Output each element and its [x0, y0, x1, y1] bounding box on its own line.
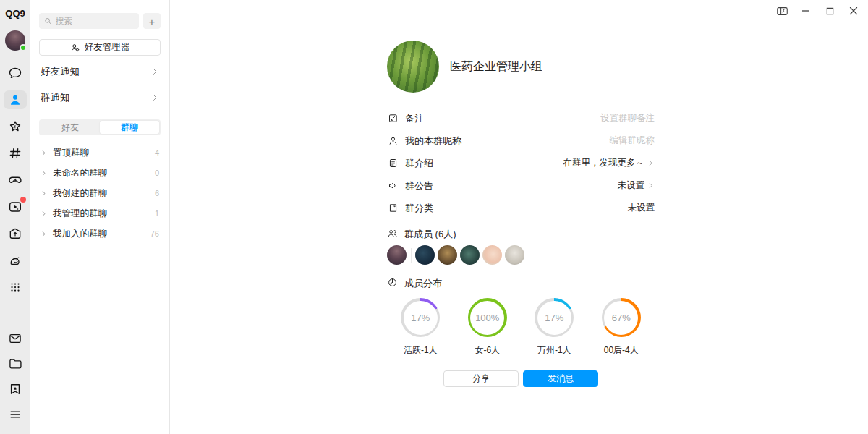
distribution-section-header: 成员分布: [387, 275, 655, 292]
field-label: 群公告: [405, 179, 433, 192]
qq-app-window: QQ9: [0, 0, 868, 434]
close-button[interactable]: [848, 5, 859, 17]
field-value[interactable]: 未设置: [628, 202, 655, 214]
tab-groups[interactable]: 群聊: [100, 121, 159, 134]
group-category-created[interactable]: 我创建的群聊 6: [39, 183, 161, 203]
video-feed-icon: [8, 200, 22, 214]
add-button[interactable]: +: [143, 13, 161, 29]
search-box[interactable]: [39, 13, 139, 29]
expand-chevron-icon: [41, 231, 47, 237]
group-notices-label: 群通知: [41, 91, 70, 104]
donut-percent: 17%: [545, 312, 563, 323]
category-count: 4: [155, 148, 159, 157]
group-profile-panel: 医药企业管理小组 备注 设置群聊备注 我的本群昵称 编辑群昵称 群介绍: [170, 0, 868, 434]
group-category-pinned[interactable]: 置顶群聊 4: [39, 142, 161, 163]
donut-gender: 100% 女-6人: [454, 298, 522, 357]
pet-tab[interactable]: [4, 251, 27, 270]
donut-label: 00后-4人: [604, 344, 639, 357]
group-category-unnamed[interactable]: 未命名的群聊 0: [39, 163, 161, 183]
games-tab[interactable]: [4, 171, 27, 190]
field-value[interactable]: 在群里，发现更多～: [563, 157, 645, 169]
category-label: 未命名的群聊: [53, 167, 107, 179]
share-button[interactable]: 分享: [443, 370, 519, 387]
contacts-tab[interactable]: [4, 90, 27, 109]
search-input[interactable]: [56, 16, 135, 26]
expand-chevron-icon: [41, 170, 47, 176]
field-value[interactable]: 未设置: [618, 179, 645, 192]
messages-tab[interactable]: [4, 64, 27, 82]
friend-manager-label: 好友管理器: [85, 41, 130, 54]
search-icon: [44, 17, 52, 25]
donut-label: 女-6人: [475, 344, 500, 357]
category-label: 我创建的群聊: [53, 187, 107, 200]
member-distribution-charts: 17% 活跃-1人 100% 女-6人 17% 万州-1人 67% 00后-4人: [387, 298, 655, 357]
menu-icon: [8, 407, 22, 422]
mini-app-tab[interactable]: [4, 224, 27, 243]
field-intro[interactable]: 群介绍 在群里，发现更多～: [387, 152, 655, 174]
member-avatar[interactable]: [460, 245, 480, 265]
bookmark-icon: [8, 382, 22, 396]
left-icon-rail: QQ9: [0, 0, 30, 434]
donut-location: 17% 万州-1人: [521, 298, 588, 357]
contacts-person-icon: [8, 93, 22, 107]
field-nickname[interactable]: 我的本群昵称 编辑群昵称: [387, 129, 655, 152]
mini-window-button[interactable]: [776, 5, 788, 17]
files-button[interactable]: [4, 354, 27, 373]
mail-button[interactable]: [4, 329, 27, 348]
send-message-button[interactable]: 发消息: [523, 370, 598, 387]
category-count: 0: [155, 169, 159, 177]
member-avatar[interactable]: [438, 245, 457, 265]
category-label: 置顶群聊: [53, 147, 89, 159]
pet-icon: [8, 253, 22, 268]
group-profile-card: 医药企业管理小组 备注 设置群聊备注 我的本群昵称 编辑群昵称 群介绍: [387, 0, 655, 387]
chevron-right-icon: [150, 67, 159, 76]
member-avatar[interactable]: [415, 245, 435, 265]
user-avatar[interactable]: [5, 30, 25, 51]
field-label: 我的本群昵称: [405, 135, 461, 148]
favorites-button[interactable]: [4, 380, 27, 399]
star-tab[interactable]: [4, 117, 27, 136]
qq9-logo: QQ9: [5, 6, 25, 20]
friend-manager-button[interactable]: 好友管理器: [39, 39, 161, 56]
member-avatar[interactable]: [505, 245, 524, 265]
speaker-icon: [387, 180, 399, 192]
mini-app-box-icon: [8, 226, 22, 241]
close-icon: [849, 7, 858, 15]
field-category[interactable]: 群分类 未设置: [387, 197, 655, 219]
group-category-joined[interactable]: 我加入的群聊 76: [39, 224, 161, 244]
field-value[interactable]: 编辑群昵称: [610, 135, 655, 147]
member-avatar[interactable]: [387, 245, 407, 265]
group-avatar[interactable]: [387, 41, 439, 93]
distribution-label: 成员分布: [404, 277, 442, 290]
contacts-sidebar: + 好友管理器 好友通知 群通知 好友 群聊 置顶群聊 4 未命: [30, 0, 170, 434]
person-icon: [387, 135, 399, 147]
maximize-button[interactable]: [824, 5, 835, 17]
donut-ring: 100%: [468, 298, 507, 337]
star-icon: [8, 119, 22, 134]
tag-icon: [387, 203, 399, 214]
group-notices-item[interactable]: 群通知: [39, 88, 161, 108]
donut-ring: 67%: [602, 298, 641, 337]
chat-bubble-icon: [8, 66, 22, 80]
friend-notices-item[interactable]: 好友通知: [39, 61, 161, 82]
category-count: 76: [150, 229, 159, 238]
field-remark[interactable]: 备注 设置群聊备注: [387, 107, 655, 129]
donut-ring: 17%: [535, 298, 574, 337]
notification-badge: [20, 197, 26, 203]
minimize-button[interactable]: [800, 5, 812, 17]
chevron-right-icon: [647, 182, 655, 190]
field-announcement[interactable]: 群公告 未设置: [387, 174, 655, 197]
field-value[interactable]: 设置群聊备注: [600, 112, 655, 124]
tab-friends[interactable]: 好友: [41, 121, 100, 134]
video-feed-tab[interactable]: [4, 197, 27, 216]
field-label: 备注: [405, 112, 424, 125]
group-category-managed[interactable]: 我管理的群聊 1: [39, 203, 161, 224]
more-apps-tab[interactable]: [4, 278, 27, 297]
member-avatar[interactable]: [482, 245, 502, 265]
mini-window-icon: [777, 7, 788, 16]
group-category-list: 置顶群聊 4 未命名的群聊 0 我创建的群聊 6 我管理的群聊 1 我加入的群聊: [39, 142, 161, 244]
friend-notices-label: 好友通知: [41, 65, 80, 78]
channels-tab[interactable]: [4, 144, 27, 163]
group-name: 医药企业管理小组: [450, 59, 542, 75]
menu-button[interactable]: [4, 405, 27, 424]
